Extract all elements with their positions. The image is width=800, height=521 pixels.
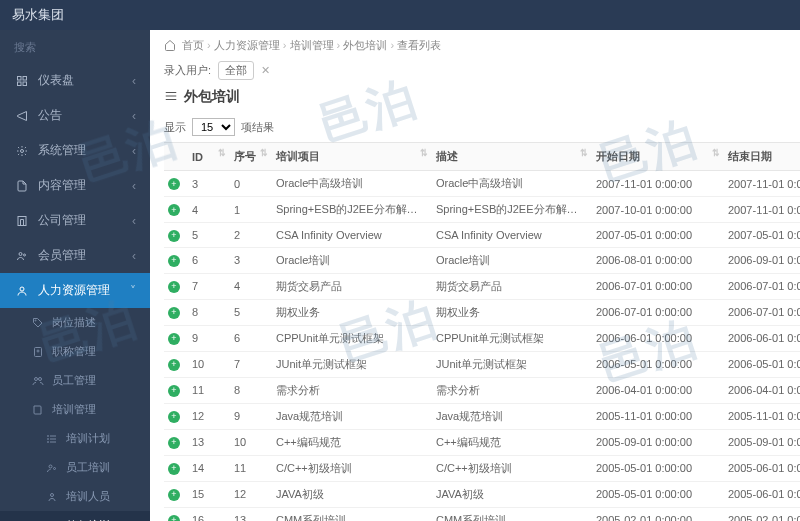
col-header-3[interactable]: 培训项目⇅: [272, 143, 432, 171]
table-row[interactable]: +63Oracle培训Oracle培训2006-08-01 0:00:00200…: [164, 247, 800, 273]
sidebar-item-2[interactable]: 系统管理‹: [0, 133, 150, 168]
cell-id: 6: [188, 247, 230, 273]
cell-desc: CPPUnit单元测试框架: [432, 325, 592, 351]
sidebar-subitem-7[interactable]: 外包培训: [0, 511, 150, 521]
table-row[interactable]: +1613CMM系列培训CMM系列培训2005-02-01 0:00:00200…: [164, 507, 800, 521]
sidebar-item-label: 公司管理: [38, 212, 86, 229]
expand-icon[interactable]: +: [168, 204, 180, 216]
table-row[interactable]: +74期货交易产品期货交易产品2006-07-01 0:00:002006-07…: [164, 273, 800, 299]
cell-id: 13: [188, 429, 230, 455]
badge-icon: [32, 346, 46, 358]
expand-icon[interactable]: +: [168, 515, 180, 521]
expand-icon[interactable]: +: [168, 385, 180, 397]
sidebar-item-label: 公告: [38, 107, 62, 124]
expand-icon[interactable]: +: [168, 489, 180, 501]
svg-point-17: [49, 465, 52, 468]
person-icon: [14, 285, 30, 297]
sort-icon[interactable]: ⇅: [580, 148, 588, 158]
sidebar-subitem-3[interactable]: 培训管理: [0, 395, 150, 424]
sidebar-subitem-2[interactable]: 员工管理: [0, 366, 150, 395]
table-row[interactable]: +85期权业务期权业务2006-07-01 0:00:002006-07-01 …: [164, 299, 800, 325]
sort-icon[interactable]: ⇅: [218, 148, 226, 158]
sidebar-item-1[interactable]: 公告‹: [0, 98, 150, 133]
sort-icon[interactable]: ⇅: [420, 148, 428, 158]
chevron-left-icon: ‹: [132, 109, 136, 123]
breadcrumb-item[interactable]: 首页: [182, 39, 204, 51]
col-header-5[interactable]: 开始日期⇅: [592, 143, 724, 171]
home-icon[interactable]: [164, 39, 176, 53]
sidebar-search[interactable]: 搜索: [0, 30, 150, 63]
cell-project: CMM系列培训: [272, 507, 432, 521]
sidebar-subitem-1[interactable]: 职称管理: [0, 337, 150, 366]
sidebar-item-0[interactable]: 仪表盘‹: [0, 63, 150, 98]
breadcrumb-item[interactable]: 外包培训: [343, 39, 387, 51]
svg-rect-1: [23, 76, 27, 80]
expand-icon[interactable]: +: [168, 359, 180, 371]
sidebar-item-label: 内容管理: [38, 177, 86, 194]
expand-icon[interactable]: +: [168, 281, 180, 293]
cell-project: JUnit单元测试框架: [272, 351, 432, 377]
table-row[interactable]: +129Java规范培训Java规范培训2005-11-01 0:00:0020…: [164, 403, 800, 429]
sidebar-item-3[interactable]: 内容管理‹: [0, 168, 150, 203]
sidebar-item-6[interactable]: 人力资源管理˅: [0, 273, 150, 308]
table-row[interactable]: +1411C/C++初级培训C/C++初级培训2005-05-01 0:00:0…: [164, 455, 800, 481]
sidebar-subitem-label: 员工管理: [52, 373, 96, 388]
table-row[interactable]: +41Spring+ESB的J2EE分布解决方案Spring+ESB的J2EE分…: [164, 197, 800, 223]
filter-value[interactable]: 全部: [218, 61, 254, 80]
table-row[interactable]: +1310C++编码规范C++编码规范2005-09-01 0:00:00200…: [164, 429, 800, 455]
group-icon: [46, 462, 60, 474]
sidebar-subitem-5[interactable]: 员工培训: [0, 453, 150, 482]
breadcrumb-item[interactable]: 人力资源管理: [214, 39, 280, 51]
breadcrumb-item: 查看列表: [397, 39, 441, 51]
cell-project: 需求分析: [272, 377, 432, 403]
cell-start: 2005-09-01 0:00:00: [592, 429, 724, 455]
cell-id: 3: [188, 171, 230, 197]
table-row[interactable]: +52CSA Infinity OverviewCSA Infinity Ove…: [164, 223, 800, 248]
expand-icon[interactable]: +: [168, 463, 180, 475]
table-row[interactable]: +1512JAVA初级JAVA初级2005-05-01 0:00:002005-…: [164, 481, 800, 507]
people-icon: [46, 491, 60, 503]
cell-start: 2007-10-01 0:00:00: [592, 197, 724, 223]
sidebar-subitem-0[interactable]: 岗位描述: [0, 308, 150, 337]
col-header-1[interactable]: ID⇅: [188, 143, 230, 171]
svg-rect-3: [18, 82, 22, 86]
cell-end: 2007-11-01 0:00:00: [724, 197, 800, 223]
table-row[interactable]: +118需求分析需求分析2006-04-01 0:00:002006-04-01…: [164, 377, 800, 403]
expand-icon[interactable]: +: [168, 437, 180, 449]
svg-point-13: [39, 377, 42, 380]
close-icon[interactable]: ✕: [261, 64, 270, 76]
expand-icon[interactable]: +: [168, 411, 180, 423]
col-header-2[interactable]: 序号⇅: [230, 143, 272, 171]
main: 首页 › 人力资源管理 › 培训管理 › 外包培训 › 查看列表 录入用户: 全…: [150, 30, 800, 521]
sidebar-subitem-6[interactable]: 培训人员: [0, 482, 150, 511]
expand-icon[interactable]: +: [168, 307, 180, 319]
table-row[interactable]: +30Oracle中高级培训Oracle中高级培训2007-11-01 0:00…: [164, 171, 800, 197]
expand-icon[interactable]: +: [168, 230, 180, 242]
cell-id: 12: [188, 403, 230, 429]
cell-project: 期货交易产品: [272, 273, 432, 299]
sidebar-item-4[interactable]: 公司管理‹: [0, 203, 150, 238]
col-header-6[interactable]: 结束日期⇅: [724, 143, 800, 171]
page-size-select[interactable]: 10152550: [192, 118, 235, 136]
cell-end: 2005-02-01 0:00:00: [724, 507, 800, 521]
expand-icon[interactable]: +: [168, 333, 180, 345]
sidebar-item-5[interactable]: 会员管理‹: [0, 238, 150, 273]
cell-project: C/C++初级培训: [272, 455, 432, 481]
cell-desc: C++编码规范: [432, 429, 592, 455]
table-row[interactable]: +107JUnit单元测试框架JUnit单元测试框架2006-05-01 0:0…: [164, 351, 800, 377]
sidebar-subitem-label: 培训管理: [52, 402, 96, 417]
sort-icon[interactable]: ⇅: [260, 148, 268, 158]
expand-icon[interactable]: +: [168, 178, 180, 190]
sidebar-subitem-4[interactable]: 培训计划: [0, 424, 150, 453]
grid-icon: [164, 89, 178, 106]
sort-icon[interactable]: ⇅: [712, 148, 720, 158]
col-header-4[interactable]: 描述⇅: [432, 143, 592, 171]
chevron-left-icon: ‹: [132, 144, 136, 158]
expand-icon[interactable]: +: [168, 255, 180, 267]
col-header-0[interactable]: [164, 143, 188, 171]
cell-id: 16: [188, 507, 230, 521]
table-row[interactable]: +96CPPUnit单元测试框架CPPUnit单元测试框架2006-06-01 …: [164, 325, 800, 351]
building-icon: [14, 215, 30, 227]
breadcrumb-item[interactable]: 培训管理: [290, 39, 334, 51]
cell-start: 2005-02-01 0:00:00: [592, 507, 724, 521]
